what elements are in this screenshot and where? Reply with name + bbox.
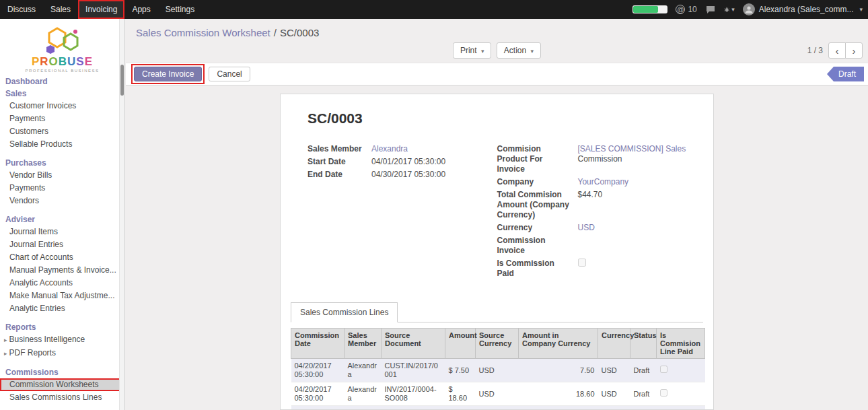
sidebar-section-reports[interactable]: Reports <box>0 321 124 333</box>
sidebar-item-analytic-entries[interactable]: Analytic Entries <box>0 302 124 315</box>
col-status[interactable]: Status <box>630 329 657 359</box>
topbar-menu-apps[interactable]: Apps <box>124 0 157 19</box>
company-value[interactable]: YourCompany <box>578 177 687 187</box>
cell-amount: $ 18.60 <box>445 406 476 410</box>
topbar-right: @ 10 ▾ Alexandra (Sales_comm... ▾ <box>632 0 868 19</box>
is-commission-paid-checkbox <box>578 259 586 267</box>
col-amount[interactable]: Amount <box>445 329 476 359</box>
sidebar-section-purchases[interactable]: Purchases <box>0 157 124 169</box>
cell-currency: USD <box>598 406 630 410</box>
notebook-tabs: Sales Commission Lines <box>291 302 703 322</box>
create-invoice-button[interactable]: Create Invoice <box>134 67 202 81</box>
sales-member-label: Sales Member <box>308 144 371 154</box>
table-row[interactable]: 04/20/2017 10:35:53 Alexandra SO008 $ 18… <box>291 406 705 410</box>
topbar-menu-discuss[interactable]: Discuss <box>0 0 43 19</box>
sidebar-item-manual-payments-invoice[interactable]: Manual Payments & Invoice... <box>0 264 124 277</box>
commission-lines-table: Commission Date Sales Member Source Docu… <box>291 328 705 410</box>
sidebar-item-customers[interactable]: Customers <box>0 125 124 138</box>
cancel-button[interactable]: Cancel <box>209 67 250 81</box>
sidebar-item-payments-purchases[interactable]: Payments <box>0 182 124 195</box>
pager-next-button[interactable]: › <box>845 42 863 59</box>
tab-sales-commission-lines[interactable]: Sales Commission Lines <box>291 302 398 322</box>
sidebar-item-business-intelligence[interactable]: ▸Business Intelligence <box>0 333 124 347</box>
cell-paid <box>657 382 705 406</box>
action-button[interactable]: Action ▾ <box>497 42 541 59</box>
chat-icon[interactable] <box>705 4 716 15</box>
sidebar-item-vendor-bills[interactable]: Vendor Bills <box>0 169 124 182</box>
sidebar-item-chart-of-accounts[interactable]: Chart of Accounts <box>0 251 124 264</box>
breadcrumb-parent[interactable]: Sales Commission Worksheet <box>136 27 270 38</box>
sales-member-value[interactable]: Alexandra <box>371 144 497 154</box>
scrollbar-thumb[interactable] <box>120 65 124 96</box>
mention-count: 10 <box>688 5 696 14</box>
logo-title: PROBUSE <box>0 56 124 68</box>
pager-previous-button[interactable]: ‹ <box>828 42 846 59</box>
avatar <box>743 3 755 15</box>
sidebar-item-journal-items[interactable]: Journal Items <box>0 226 124 238</box>
sidebar-scrollbar[interactable] <box>119 19 124 410</box>
chevron-down-icon: ▾ <box>531 48 534 55</box>
col-amount-company-currency[interactable]: Amount in Company Currency <box>519 329 598 359</box>
pager-counter: 1 / 3 <box>807 46 823 55</box>
sidebar-item-journal-entries[interactable]: Journal Entries <box>0 238 124 251</box>
commission-product-label: Commision Product For Invoice <box>497 144 578 174</box>
sidebar-item-label: PDF Reports <box>9 348 56 357</box>
annotation-box: Create Invoice <box>131 64 205 84</box>
user-menu[interactable]: Alexandra (Sales_comm... ▾ <box>743 3 863 15</box>
commission-invoice-value <box>578 236 687 256</box>
cell-date: 04/20/2017 05:30:00 <box>291 359 345 382</box>
sidebar-section-dashboard[interactable]: Dashboard <box>0 75 124 88</box>
breadcrumb-separator: / <box>274 27 277 38</box>
col-sales-member[interactable]: Sales Member <box>345 329 382 359</box>
commission-product-rest: Commission <box>578 154 687 164</box>
sidebar-item-label: Business Intelligence <box>9 335 85 344</box>
currency-value[interactable]: USD <box>578 223 687 233</box>
total-commission-amount-label: Total Commision Amount (Company Currency… <box>497 190 578 220</box>
cell-amount-company: 7.50 <box>519 359 598 382</box>
col-currency[interactable]: Currency <box>598 329 630 359</box>
is-commission-paid-label: Is Commission Paid <box>497 259 578 279</box>
col-source-document[interactable]: Source Document <box>382 329 445 359</box>
topbar-menu-invoicing[interactable]: Invoicing <box>78 0 124 19</box>
cell-source: SO008 <box>382 406 445 410</box>
sidebar-item-vendors[interactable]: Vendors <box>0 195 124 207</box>
sidebar-item-sales-commissions-lines[interactable]: Sales Commissions Lines <box>0 391 124 404</box>
cell-date: 04/20/2017 05:30:00 <box>291 382 345 406</box>
mention-counter[interactable]: @ 10 <box>676 5 696 14</box>
cell-source: INV/2017/0004-SO008 <box>382 382 445 406</box>
sidebar-item-analytic-accounts[interactable]: Analytic Accounts <box>0 277 124 289</box>
sidebar-item-pdf-reports[interactable]: ▸PDF Reports <box>0 347 124 360</box>
commission-product-value: [SALES COMMISSION] Sales Commission <box>578 144 687 174</box>
line-paid-checkbox <box>660 389 667 397</box>
sidebar-section-commissions[interactable]: Commissions <box>0 366 124 378</box>
cell-currency: USD <box>598 382 630 406</box>
sidebar-item-payments[interactable]: Payments <box>0 112 124 125</box>
topbar-menu-settings[interactable]: Settings <box>158 0 202 19</box>
sidebar-item-sellable-products[interactable]: Sellable Products <box>0 138 124 151</box>
cell-member: Alexandra <box>345 382 382 406</box>
total-commission-amount-value: $44.70 <box>578 190 687 220</box>
sidebar-section-adviser[interactable]: Adviser <box>0 213 124 226</box>
cell-date: 04/20/2017 10:35:53 <box>291 406 345 410</box>
col-source-currency[interactable]: Source Currency <box>476 329 519 359</box>
expand-icon: ▸ <box>4 350 7 357</box>
at-icon: @ <box>676 5 685 14</box>
sidebar-item-commission-worksheets[interactable]: Commission Worksheets <box>0 378 124 391</box>
cell-amount-company: 18.60 <box>519 406 598 410</box>
sidebar-section-sales[interactable]: Sales <box>0 88 124 100</box>
sidebar-item-customer-invoices[interactable]: Customer Invoices <box>0 100 124 112</box>
topbar-menu-sales[interactable]: Sales <box>43 0 78 19</box>
line-paid-checkbox <box>660 366 667 373</box>
table-row[interactable]: 04/20/2017 05:30:00 Alexandra INV/2017/0… <box>291 382 705 406</box>
action-label: Action <box>504 46 526 55</box>
col-commission-date[interactable]: Commission Date <box>291 329 345 359</box>
start-date-value: 04/01/2017 05:30:00 <box>371 157 497 167</box>
cell-member: Alexandra <box>345 406 382 410</box>
commission-product-link[interactable]: [SALES COMMISSION] Sales <box>578 144 686 153</box>
col-is-commission-line-paid[interactable]: Is Commision Line Paid <box>657 329 705 359</box>
sidebar-item-make-manual-tax-adjustment[interactable]: Make Manual Tax Adjustme... <box>0 289 124 302</box>
table-row[interactable]: 04/20/2017 05:30:00 Alexandra CUST.IN/20… <box>291 359 705 382</box>
breadcrumb: Sales Commission Worksheet/SC/0003 <box>126 19 868 38</box>
print-button[interactable]: Print ▾ <box>453 42 492 59</box>
debug-icon[interactable]: ▾ <box>724 4 735 15</box>
